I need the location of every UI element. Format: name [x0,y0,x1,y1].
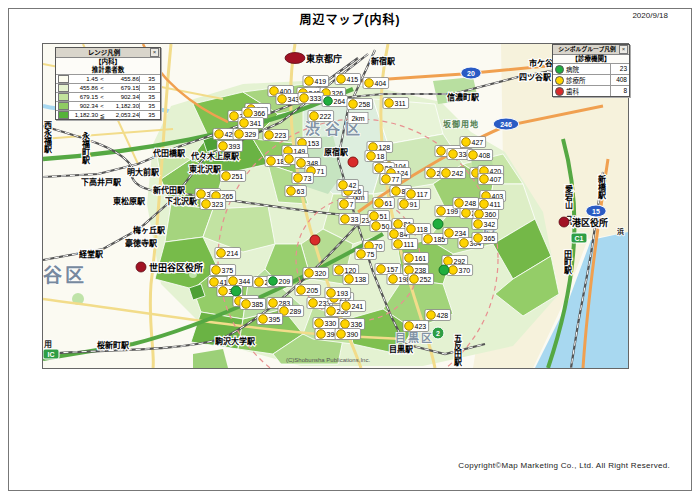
facility-marker[interactable]: 333 [298,93,324,104]
facility-marker[interactable]: 91 [398,199,419,210]
marker-dot-icon [394,240,403,249]
marker-value: 366 [254,110,266,117]
facility-marker[interactable]: 77 [380,174,401,185]
facility-marker[interactable]: 118 [405,224,431,235]
facility-marker[interactable]: 320 [303,268,329,279]
station-label: 新橋駅 [597,174,606,200]
marker-dot-icon [197,190,206,199]
marker-value: 407 [490,176,502,183]
facility-marker[interactable]: 423 [403,321,429,332]
facility-marker[interactable]: 117 [405,189,431,200]
facility-marker[interactable]: 61 [373,198,394,209]
marker-dot-icon [460,239,469,248]
facility-marker[interactable]: 73 [292,173,313,184]
facility-marker[interactable]: 408 [467,150,493,161]
station-label: 下高井戸駅 [81,177,122,187]
marker-dot-icon [357,250,366,259]
marker-value: 128 [379,144,391,151]
facility-marker[interactable]: 18 [365,151,386,162]
copyright-text: Copyright©Map Marketing Co., Ltd. All Ri… [458,461,670,470]
facility-marker[interactable]: 428 [425,310,451,321]
facility-marker[interactable]: 248 [453,198,479,209]
facility-marker[interactable]: 209 [267,276,293,287]
facility-marker[interactable] [310,235,320,245]
facility-marker[interactable]: 33 [339,214,360,225]
landmark: 東京都庁 [285,53,342,65]
facility-marker[interactable]: 342 [472,219,498,230]
facility-marker[interactable] [348,157,358,167]
facility-marker[interactable]: 251 [220,171,246,182]
facility-marker[interactable]: 344 [227,276,253,287]
facility-marker[interactable]: 241 [340,301,366,312]
facility-marker[interactable]: 415 [335,74,361,85]
symbol-count: 23 [610,64,629,74]
marker-value: 199 [447,208,459,215]
facility-marker[interactable]: 341 [238,118,264,129]
facility-marker[interactable]: 407 [478,174,504,185]
facility-marker[interactable]: 242 [440,168,466,179]
symbol-legend-close-icon[interactable]: × [619,45,628,54]
landmark-label: 世田谷区役所 [149,262,203,273]
facility-marker[interactable]: 258 [347,99,373,110]
range-legend-close-icon[interactable]: × [150,48,159,57]
facility-marker[interactable]: 370 [447,265,473,276]
facility-marker[interactable]: 395 [257,314,283,325]
facility-marker[interactable]: 323 [200,199,226,210]
facility-marker[interactable]: 252 [408,274,434,285]
facility-marker[interactable]: 365 [472,233,498,244]
facility-marker[interactable]: 222 [308,111,334,122]
facility-marker[interactable]: 329 [233,129,259,140]
facility-marker[interactable]: 393 [217,141,243,152]
range-legend-titlebar[interactable]: レンジ凡例 × [56,48,160,58]
facility-marker[interactable]: 366 [242,108,268,119]
facility-marker[interactable]: 161 [403,253,429,264]
facility-marker[interactable]: 404 [363,78,389,89]
facility-marker[interactable]: 336 [339,319,365,330]
facility-marker[interactable]: 75 [355,249,376,260]
facility-marker[interactable]: 234 [443,228,469,239]
marker-value: 18 [377,153,385,160]
facility-marker[interactable]: 427 [460,137,486,148]
range-legend-row: 1.45<455.8635 [56,74,160,83]
facility-marker[interactable]: 411 [478,199,504,210]
marker-value: 75 [367,251,375,258]
marker-dot-icon [339,181,348,190]
facility-marker[interactable] [231,286,241,296]
marker-value: 329 [245,131,257,138]
facility-marker[interactable]: 264 [322,96,348,107]
facility-marker[interactable]: 390 [335,329,361,340]
facility-marker[interactable]: 157 [375,264,401,275]
facility-marker[interactable]: 330 [313,318,339,329]
marker-dot-icon [324,97,333,106]
facility-marker[interactable]: 138 [343,274,369,285]
marker-dot-icon [335,266,344,275]
facility-marker[interactable]: 51 [368,211,389,222]
facility-marker[interactable]: 223 [263,130,289,141]
facility-marker[interactable]: 360 [473,209,499,220]
facility-marker[interactable]: 63 [285,186,306,197]
facility-marker[interactable]: 205 [295,285,321,296]
facility-marker[interactable] [439,265,449,275]
facility-marker[interactable]: 42 [337,180,358,191]
marker-value: 423 [415,323,427,330]
station-label: 永福町駅 [81,131,91,165]
symbol-legend-titlebar[interactable]: シンボルグループ凡例 × [553,45,629,55]
range-max: 679.15 [106,85,139,91]
marker-value: 415 [347,76,359,83]
facility-marker[interactable]: 111 [392,239,418,250]
facility-marker[interactable]: 375 [210,265,236,276]
facility-marker[interactable]: 193 [325,288,351,299]
symbol-label: 診療所 [566,75,610,85]
facility-marker[interactable] [433,219,443,229]
facility-marker[interactable]: 385 [240,299,266,310]
range-swatch [58,75,69,83]
marker-dot-icon [369,143,378,152]
marker-dot-icon [405,266,414,275]
station-label: 代田橋駅 [152,148,186,158]
facility-marker[interactable]: 214 [215,248,241,259]
facility-marker[interactable]: 311 [383,98,409,109]
facility-marker[interactable]: 419 [303,76,329,87]
station-label: 田町駅 [563,250,572,275]
marker-dot-icon [365,79,374,88]
facility-marker[interactable]: 7 [338,199,355,210]
